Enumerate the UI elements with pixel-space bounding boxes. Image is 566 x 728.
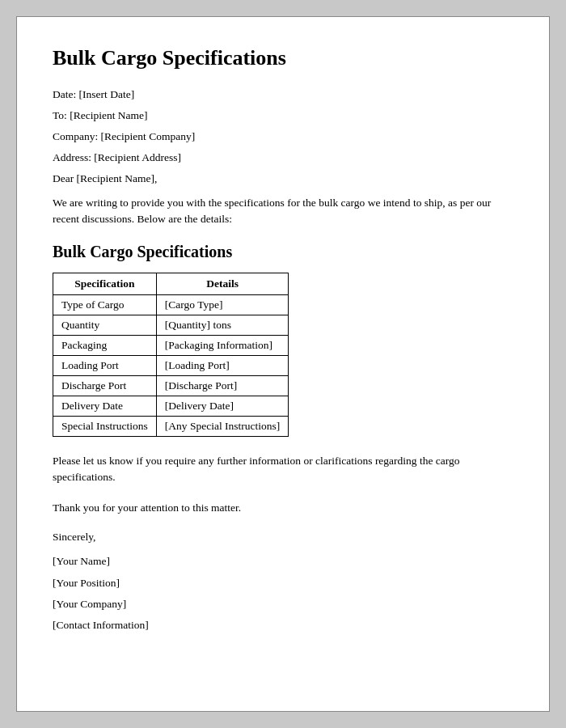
table-row: Loading Port[Loading Port] xyxy=(53,355,289,375)
to-line: To: [Recipient Name] xyxy=(53,109,513,122)
col-header-specification: Specification xyxy=(53,273,157,294)
table-row: Delivery Date[Delivery Date] xyxy=(53,396,289,416)
your-position: [Your Position] xyxy=(53,574,513,593)
table-row: Special Instructions[Any Special Instruc… xyxy=(53,416,289,436)
col-header-details: Details xyxy=(156,273,288,294)
table-cell-spec: Quantity xyxy=(53,315,157,335)
table-cell-detail: [Loading Port] xyxy=(156,355,288,375)
table-row: Quantity[Quantity] tons xyxy=(53,315,289,335)
followup-text: Please let us know if you require any fu… xyxy=(53,453,513,486)
your-company: [Your Company] xyxy=(53,595,513,614)
table-row: Packaging[Packaging Information] xyxy=(53,335,289,355)
greeting: Dear [Recipient Name], xyxy=(53,172,513,185)
your-name: [Your Name] xyxy=(53,552,513,571)
table-cell-detail: [Delivery Date] xyxy=(156,396,288,416)
company-line: Company: [Recipient Company] xyxy=(53,130,513,143)
table-cell-spec: Special Instructions xyxy=(53,416,157,436)
table-row: Type of Cargo[Cargo Type] xyxy=(53,294,289,315)
main-title: Bulk Cargo Specifications xyxy=(53,46,513,70)
table-cell-detail: [Any Special Instructions] xyxy=(156,416,288,436)
table-cell-spec: Type of Cargo xyxy=(53,294,157,315)
thank-you-text: Thank you for your attention to this mat… xyxy=(53,500,513,516)
specs-table: Specification Details Type of Cargo[Carg… xyxy=(53,273,289,437)
date-line: Date: [Insert Date] xyxy=(53,88,513,101)
table-row: Discharge Port[Discharge Port] xyxy=(53,375,289,396)
table-cell-spec: Loading Port xyxy=(53,355,157,375)
address-line: Address: [Recipient Address] xyxy=(53,151,513,164)
table-cell-detail: [Quantity] tons xyxy=(156,315,288,335)
table-cell-spec: Packaging xyxy=(53,335,157,355)
intro-text: We are writing to provide you with the s… xyxy=(53,195,513,228)
signature-block: [Your Name] [Your Position] [Your Compan… xyxy=(53,552,513,635)
table-cell-detail: [Cargo Type] xyxy=(156,294,288,315)
table-cell-detail: [Packaging Information] xyxy=(156,335,288,355)
document-container: Bulk Cargo Specifications Date: [Insert … xyxy=(16,16,550,712)
section-title: Bulk Cargo Specifications xyxy=(53,243,513,261)
table-cell-spec: Delivery Date xyxy=(53,396,157,416)
contact-info: [Contact Information] xyxy=(53,616,513,635)
table-header-row: Specification Details xyxy=(53,273,289,294)
closing-text: Sincerely, xyxy=(53,531,513,544)
table-cell-detail: [Discharge Port] xyxy=(156,375,288,396)
table-cell-spec: Discharge Port xyxy=(53,375,157,396)
